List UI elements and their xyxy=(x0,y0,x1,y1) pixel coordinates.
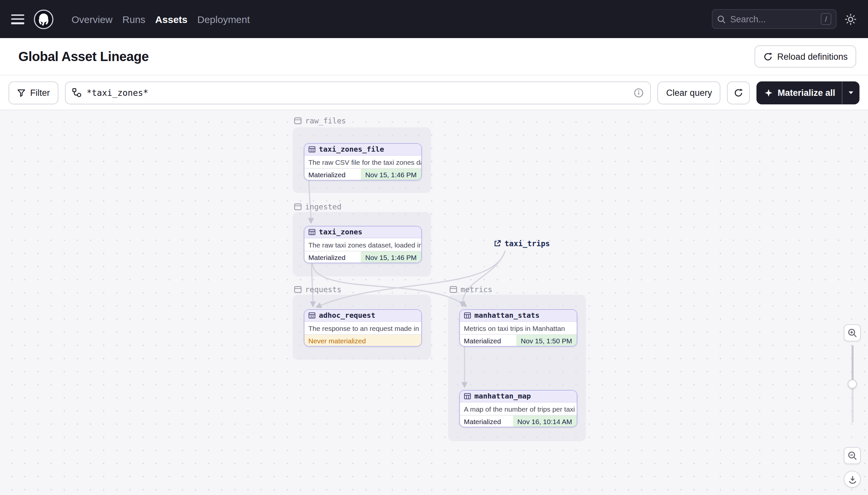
group-icon xyxy=(294,203,302,211)
sparkle-icon xyxy=(764,88,773,97)
page-header: Global Asset Lineage Reload definitions xyxy=(0,38,868,75)
table-icon xyxy=(308,146,316,153)
materialize-all-label: Materialize all xyxy=(777,88,835,98)
status-label: Materialized xyxy=(304,169,349,180)
clear-query-label: Clear query xyxy=(666,88,712,98)
external-asset-name: taxi_trips xyxy=(504,239,550,248)
hamburger-menu-icon[interactable] xyxy=(11,14,24,24)
asset-description: A map of the number of trips per taxi z.… xyxy=(460,403,577,415)
asset-status-row: Materialized Nov 15, 1:46 PM xyxy=(304,169,421,180)
materialization-timestamp: Nov 16, 10:14 AM xyxy=(513,415,577,427)
zoom-slider-handle[interactable] xyxy=(848,379,857,389)
page-title: Global Asset Lineage xyxy=(18,49,148,64)
asset-name: manhattan_stats xyxy=(474,311,539,320)
table-icon xyxy=(308,228,316,236)
zoom-in-button[interactable] xyxy=(844,324,861,341)
group-name: metrics xyxy=(461,285,492,294)
table-icon xyxy=(464,312,471,319)
asset-status-row: Materialized Nov 16, 10:14 AM xyxy=(460,415,577,427)
asset-description: The response to an request made in th... xyxy=(304,322,421,335)
materialization-timestamp: Nov 15, 1:50 PM xyxy=(516,335,577,346)
zoom-in-icon xyxy=(847,328,857,338)
group-label-metrics[interactable]: metrics xyxy=(449,285,492,294)
group-name: requests xyxy=(305,285,341,294)
asset-node-taxi_zones_file[interactable]: taxi_zones_file The raw CSV file for the… xyxy=(304,143,422,181)
asset-node-header: taxi_zones xyxy=(304,226,421,238)
filter-button[interactable]: Filter xyxy=(8,81,58,104)
asset-node-adhoc_request[interactable]: adhoc_request The response to an request… xyxy=(304,309,422,347)
group-name: ingested xyxy=(305,202,341,211)
group-name: raw_files xyxy=(305,116,346,125)
asset-status-row: Materialized Nov 15, 1:46 PM xyxy=(304,252,421,262)
table-icon xyxy=(464,393,471,400)
group-icon xyxy=(294,286,302,293)
status-label: Materialized xyxy=(304,252,349,262)
download-icon xyxy=(847,474,857,484)
filter-funnel-icon xyxy=(17,88,25,97)
dagster-logo-icon[interactable] xyxy=(33,8,54,30)
status-label: Materialized xyxy=(460,415,505,427)
refresh-icon xyxy=(763,52,773,62)
download-view-button[interactable] xyxy=(844,471,861,488)
refresh-icon xyxy=(733,88,743,98)
asset-name: taxi_zones xyxy=(319,228,362,236)
asset-selection-value[interactable] xyxy=(87,88,629,98)
chevron-down-icon xyxy=(848,89,854,96)
asset-node-taxi_zones[interactable]: taxi_zones The raw taxi zones dataset, l… xyxy=(304,226,422,263)
clear-query-button[interactable]: Clear query xyxy=(658,81,721,104)
refresh-lineage-button[interactable] xyxy=(727,81,750,104)
asset-node-manhattan_stats[interactable]: manhattan_stats Metrics on taxi trips in… xyxy=(459,309,577,347)
group-icon xyxy=(449,286,457,293)
lineage-toolbar: Filter Clear query Materialize all xyxy=(0,75,868,110)
group-label-ingested[interactable]: ingested xyxy=(294,202,341,211)
top-nav: Overview Runs Assets Deployment / xyxy=(0,0,868,38)
zoom-slider[interactable] xyxy=(844,345,861,423)
lineage-canvas[interactable]: raw_files ingested requests metrics taxi… xyxy=(0,110,868,495)
group-label-raw_files[interactable]: raw_files xyxy=(294,116,346,125)
asset-node-manhattan_map[interactable]: manhattan_map A map of the number of tri… xyxy=(459,390,577,427)
asset-description: The raw taxi zones dataset, loaded int..… xyxy=(304,238,421,252)
nav-item-assets[interactable]: Assets xyxy=(155,14,187,24)
asset-name: manhattan_map xyxy=(474,392,531,400)
selection-syntax-icon xyxy=(72,88,81,97)
asset-description: The raw CSV file for the taxi zones dat.… xyxy=(304,156,421,169)
asset-node-header: manhattan_stats xyxy=(460,310,577,322)
gear-icon[interactable] xyxy=(844,13,857,25)
global-search[interactable]: / xyxy=(712,9,836,29)
table-icon xyxy=(308,312,316,319)
materialization-timestamp: Nov 15, 1:46 PM xyxy=(361,169,421,180)
materialize-all-button[interactable]: Materialize all xyxy=(757,81,842,104)
asset-name: adhoc_request xyxy=(319,311,375,320)
search-shortcut-badge: / xyxy=(821,13,831,25)
reload-definitions-label: Reload definitions xyxy=(777,52,848,62)
zoom-out-icon xyxy=(847,451,857,461)
asset-name: taxi_zones_file xyxy=(319,145,384,154)
materialize-options-button[interactable] xyxy=(842,81,860,104)
materialization-timestamp: Nov 15, 1:46 PM xyxy=(361,252,421,262)
group-icon xyxy=(294,117,302,125)
search-icon xyxy=(717,15,726,23)
nav-item-deployment[interactable]: Deployment xyxy=(197,14,250,24)
status-label: Materialized xyxy=(460,335,505,346)
zoom-out-button[interactable] xyxy=(844,447,861,464)
asset-node-header: manhattan_map xyxy=(460,391,577,403)
nav-item-runs[interactable]: Runs xyxy=(122,14,145,24)
lineage-edges xyxy=(0,110,868,495)
asset-status-row: Materialized Nov 15, 1:50 PM xyxy=(460,335,577,346)
zoom-slider-track-filled xyxy=(851,345,853,384)
external-asset-taxi_trips[interactable]: taxi_trips xyxy=(493,239,550,248)
filter-button-label: Filter xyxy=(30,88,50,98)
asset-status-row: Never materialized xyxy=(304,335,421,346)
external-link-icon xyxy=(493,240,501,248)
search-input[interactable] xyxy=(730,14,816,24)
reload-definitions-button[interactable]: Reload definitions xyxy=(754,45,856,68)
app-root: Overview Runs Assets Deployment / Global… xyxy=(0,0,868,495)
info-icon[interactable] xyxy=(634,88,644,98)
status-label: Never materialized xyxy=(304,335,370,346)
asset-description: Metrics on taxi trips in Manhattan xyxy=(460,322,577,335)
asset-selection-input[interactable] xyxy=(65,81,651,104)
group-label-requests[interactable]: requests xyxy=(294,285,341,294)
materialize-all-split-button: Materialize all xyxy=(757,81,860,104)
nav-item-overview[interactable]: Overview xyxy=(72,14,112,24)
asset-node-header: adhoc_request xyxy=(304,310,421,322)
